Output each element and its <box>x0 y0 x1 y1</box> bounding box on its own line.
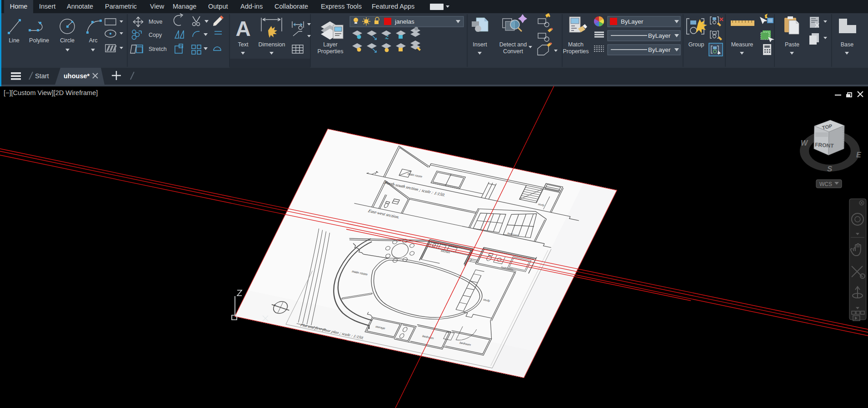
svg-text:WCS: WCS <box>819 181 832 187</box>
svg-text:S: S <box>827 165 833 173</box>
svg-text:E: E <box>856 151 862 159</box>
svg-text:W: W <box>801 139 808 147</box>
svg-text:FRONT: FRONT <box>815 141 834 149</box>
